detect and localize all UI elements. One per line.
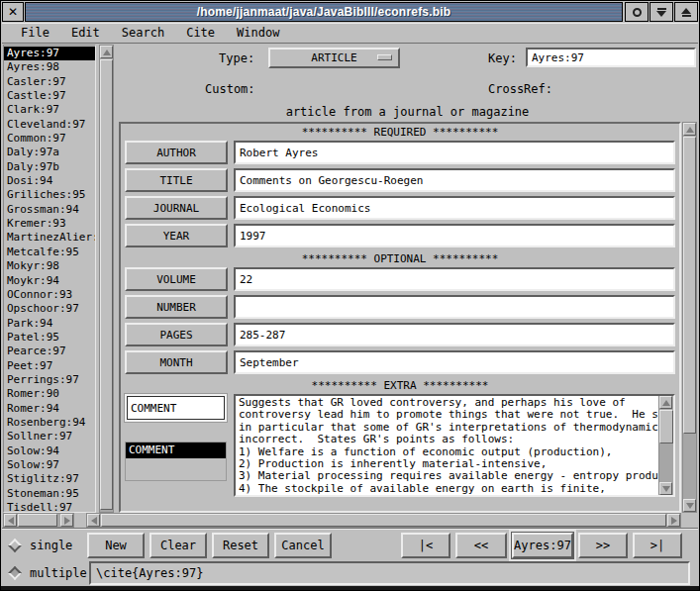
scrollbar-thumb[interactable] — [100, 59, 113, 510]
key-label: Key: — [488, 51, 517, 65]
menu-item[interactable]: Search — [111, 24, 175, 42]
comment-vertical-scrollbar[interactable] — [658, 396, 673, 495]
list-item[interactable]: Patel:95 — [4, 331, 95, 345]
scroll-down-icon[interactable] — [683, 499, 696, 512]
list-item[interactable]: Peet:97 — [4, 359, 95, 373]
field-input[interactable] — [234, 323, 675, 346]
maximize-glyph — [681, 8, 691, 17]
list-item[interactable]: Grossman:94 — [4, 203, 95, 217]
field-input[interactable] — [234, 224, 675, 247]
field-row: AUTHOR — [125, 141, 675, 164]
list-vertical-scrollbar[interactable] — [99, 45, 114, 513]
scroll-left-icon[interactable] — [87, 514, 100, 527]
menu-item[interactable]: Edit — [60, 24, 111, 42]
menu-item[interactable]: File — [10, 24, 60, 42]
reset-button[interactable]: Reset — [212, 533, 269, 558]
scroll-right-icon[interactable] — [60, 514, 73, 527]
list-item[interactable]: Cleveland:97 — [4, 118, 95, 132]
scrollbar-thumb[interactable] — [101, 514, 666, 527]
scrollbar-thumb[interactable] — [683, 137, 696, 434]
list-item[interactable]: Daly:97a — [4, 146, 95, 159]
scroll-up-icon[interactable] — [659, 396, 672, 409]
clear-button[interactable]: Clear — [150, 533, 207, 558]
list-item[interactable]: Ayres:97 — [4, 47, 95, 60]
list-item[interactable]: Romer:94 — [4, 402, 95, 416]
window-menu-icon[interactable] — [625, 2, 649, 22]
list-item[interactable]: Sollner:97 — [4, 430, 95, 443]
list-item[interactable]: Stiglitz:97 — [4, 472, 95, 486]
panel-horizontal-scrollbar[interactable] — [86, 513, 681, 528]
field-input[interactable] — [234, 141, 675, 164]
scroll-up-icon[interactable] — [683, 123, 696, 136]
list-item[interactable]: Solow:94 — [4, 444, 95, 458]
field-label: MONTH — [125, 350, 228, 374]
minimize-icon[interactable] — [650, 2, 673, 22]
extra-field-option[interactable]: COMMENT — [126, 443, 226, 458]
list-item[interactable]: Opschoor:97 — [4, 302, 95, 316]
fields-panel: ********** REQUIRED ********** AUTHOR TI… — [119, 122, 681, 513]
list-item[interactable]: Kremer:93 — [4, 217, 95, 231]
panel-vertical-scrollbar[interactable] — [682, 122, 697, 513]
scroll-right-icon[interactable] — [667, 514, 680, 527]
type-value: ARTICLE — [311, 51, 356, 64]
list-item[interactable]: Griliches:95 — [4, 188, 95, 202]
list-item[interactable]: Park:94 — [4, 317, 95, 331]
comment-textarea[interactable] — [236, 396, 658, 495]
mode-single-radio[interactable]: single — [10, 539, 72, 552]
list-item[interactable]: Clark:97 — [4, 103, 95, 117]
field-input[interactable] — [234, 168, 675, 192]
list-item[interactable]: OConnor:93 — [4, 288, 95, 302]
list-item[interactable]: Stoneman:95 — [4, 487, 95, 501]
maximize-icon[interactable] — [674, 2, 698, 22]
cite-command-input[interactable] — [89, 561, 690, 585]
menu-item[interactable]: Window — [226, 24, 290, 42]
list-item[interactable]: Solow:97 — [4, 458, 95, 472]
titlebar: ✕ /home/jjanmaat/java/JavaBibIII/econref… — [2, 2, 698, 22]
list-item[interactable]: Moykr:94 — [4, 274, 95, 288]
field-input[interactable] — [234, 350, 675, 374]
list-item[interactable]: MartinezAlier:97 — [4, 231, 95, 245]
list-item[interactable]: Pearce:97 — [4, 345, 95, 358]
field-input[interactable] — [234, 295, 675, 319]
list-item[interactable]: Common:97 — [4, 132, 95, 146]
nav-next-button[interactable]: >> — [578, 533, 628, 558]
radio-diamond-icon — [8, 566, 22, 580]
cancel-button[interactable]: Cancel — [274, 533, 332, 558]
field-row: PAGES — [125, 323, 675, 346]
list-item[interactable]: Romer:90 — [4, 387, 95, 401]
scrollbar-thumb[interactable] — [659, 410, 673, 443]
optional-fields: VOLUME NUMBER PAGES — [125, 267, 675, 374]
scroll-left-icon[interactable] — [4, 514, 17, 527]
close-icon[interactable]: ✕ — [2, 2, 24, 22]
scroll-up-icon[interactable] — [100, 46, 113, 58]
mode-multiple-label: multiple — [30, 566, 87, 580]
field-input[interactable] — [234, 267, 675, 291]
nav-last-button[interactable]: >| — [633, 533, 682, 558]
list-item[interactable]: Rosenberg:94 — [4, 416, 95, 430]
list-item[interactable]: Castle:97 — [4, 89, 95, 103]
list-item[interactable]: Mokyr:98 — [4, 259, 95, 273]
type-dropdown[interactable]: ARTICLE — [268, 48, 400, 68]
list-item[interactable]: Dosi:94 — [4, 174, 95, 188]
scroll-down-icon[interactable] — [659, 482, 672, 495]
new-button[interactable]: New — [87, 533, 145, 558]
extra-field-options: COMMENT — [125, 442, 227, 481]
list-item[interactable]: Casler:97 — [4, 75, 95, 89]
list-horizontal-scrollbar[interactable] — [3, 513, 74, 528]
scrollbar-thumb[interactable] — [18, 514, 57, 527]
list-item[interactable]: Ayres:98 — [4, 60, 95, 74]
extra-field-name-input[interactable] — [127, 396, 225, 420]
key-input[interactable] — [526, 48, 696, 67]
list-item[interactable]: Daly:97b — [4, 160, 95, 174]
nav-first-button[interactable]: |< — [401, 533, 450, 558]
field-row: NUMBER — [125, 295, 675, 319]
list-item[interactable]: Metcalfe:95 — [4, 246, 95, 259]
list-item[interactable]: Tisdell:97 — [4, 501, 95, 513]
mode-multiple-radio[interactable]: multiple — [10, 566, 87, 580]
content: Ayres:97Ayres:98Casler:97Castle:97Clark:… — [2, 45, 698, 528]
nav-prev-button[interactable]: << — [455, 533, 507, 558]
list-item[interactable]: Perrings:97 — [4, 373, 95, 387]
field-input[interactable] — [234, 196, 675, 220]
menu-item[interactable]: Cite — [175, 24, 226, 42]
nav-current-button[interactable]: Ayres:97 — [512, 533, 573, 558]
